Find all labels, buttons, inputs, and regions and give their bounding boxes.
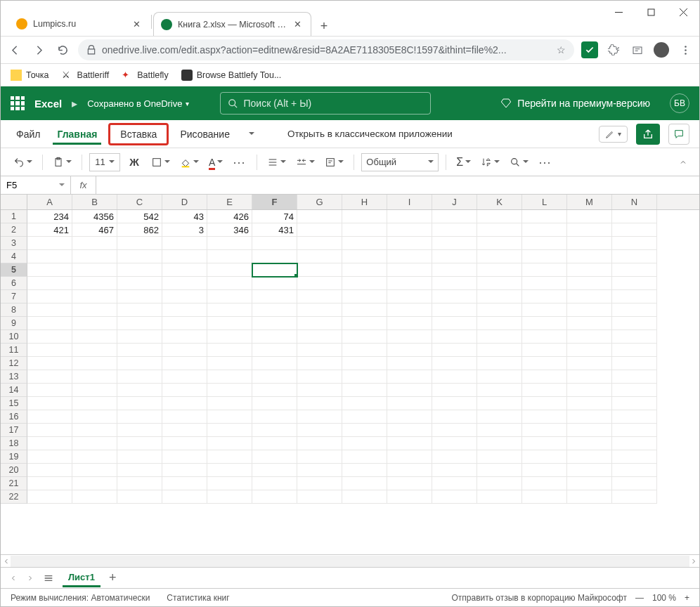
col-header-H[interactable]: H xyxy=(342,195,387,209)
cell-F6[interactable] xyxy=(252,277,297,290)
cell-H4[interactable] xyxy=(342,250,387,263)
cell-D12[interactable] xyxy=(162,357,207,370)
cell-A20[interactable] xyxy=(27,464,72,477)
cell-I5[interactable] xyxy=(387,263,432,277)
extension2-icon[interactable] xyxy=(629,41,646,58)
cell-M2[interactable] xyxy=(567,223,612,237)
cell-K4[interactable] xyxy=(477,250,522,263)
premium-button[interactable]: Перейти на премиум-версию xyxy=(500,98,650,109)
cell-H8[interactable] xyxy=(342,304,387,317)
row-header[interactable]: 20 xyxy=(1,464,27,477)
cell-H2[interactable] xyxy=(342,223,387,237)
cell-E10[interactable] xyxy=(207,330,252,344)
browser-tab-lumpics[interactable]: Lumpics.ru ✕ xyxy=(9,12,150,36)
cell-N19[interactable] xyxy=(612,450,657,464)
cell-B11[interactable] xyxy=(72,344,117,357)
number-format-select[interactable]: Общий xyxy=(361,153,439,171)
cell-H10[interactable] xyxy=(342,330,387,344)
cell-G8[interactable] xyxy=(297,304,342,317)
cell-G7[interactable] xyxy=(297,290,342,304)
cell-M11[interactable] xyxy=(567,344,612,357)
cell-H19[interactable] xyxy=(342,450,387,464)
address-bar[interactable]: onedrive.live.com/edit.aspx?action=editn… xyxy=(78,39,574,60)
cell-N6[interactable] xyxy=(612,277,657,290)
cell-L19[interactable] xyxy=(522,450,567,464)
row-header[interactable]: 21 xyxy=(1,477,27,490)
cell-D4[interactable] xyxy=(162,250,207,263)
cell-M13[interactable] xyxy=(567,370,612,384)
cell-K18[interactable] xyxy=(477,437,522,450)
cell-F7[interactable] xyxy=(252,290,297,304)
col-header-D[interactable]: D xyxy=(162,195,207,209)
cell-H18[interactable] xyxy=(342,437,387,450)
cell-E7[interactable] xyxy=(207,290,252,304)
sheet-nav-next-icon[interactable] xyxy=(26,574,34,582)
cell-D19[interactable] xyxy=(162,450,207,464)
cell-D15[interactable] xyxy=(162,397,207,410)
cell-G9[interactable] xyxy=(297,317,342,330)
cell-L18[interactable] xyxy=(522,437,567,450)
cell-F16[interactable] xyxy=(252,410,297,424)
cell-H17[interactable] xyxy=(342,424,387,437)
close-tab-icon[interactable]: ✕ xyxy=(133,19,143,30)
col-header-I[interactable]: I xyxy=(387,195,432,209)
cell-F3[interactable] xyxy=(252,237,297,250)
cell-K1[interactable] xyxy=(477,210,522,223)
cell-H14[interactable] xyxy=(342,384,387,397)
cell-M18[interactable] xyxy=(567,437,612,450)
col-header-G[interactable]: G xyxy=(297,195,342,209)
reload-button[interactable] xyxy=(54,44,71,56)
cell-H16[interactable] xyxy=(342,410,387,424)
border-button[interactable] xyxy=(148,152,173,172)
cell-N16[interactable] xyxy=(612,410,657,424)
sheet-nav-prev-icon[interactable] xyxy=(9,574,18,582)
cell-E20[interactable] xyxy=(207,464,252,477)
formula-bar[interactable] xyxy=(96,176,699,194)
cell-C11[interactable] xyxy=(117,344,162,357)
cell-N8[interactable] xyxy=(612,304,657,317)
cell-G19[interactable] xyxy=(297,450,342,464)
cell-H6[interactable] xyxy=(342,277,387,290)
col-header-C[interactable]: C xyxy=(117,195,162,209)
cell-I4[interactable] xyxy=(387,250,432,263)
cell-G14[interactable] xyxy=(297,384,342,397)
row-header[interactable]: 10 xyxy=(1,330,27,344)
star-icon[interactable]: ☆ xyxy=(557,44,566,56)
cell-K17[interactable] xyxy=(477,424,522,437)
cell-L15[interactable] xyxy=(522,397,567,410)
cell-G16[interactable] xyxy=(297,410,342,424)
cell-M1[interactable] xyxy=(567,210,612,223)
cell-J6[interactable] xyxy=(432,277,477,290)
cell-A9[interactable] xyxy=(27,317,72,330)
autosum-button[interactable]: Σ xyxy=(453,152,474,172)
row-header[interactable]: 15 xyxy=(1,397,27,410)
cell-D5[interactable] xyxy=(162,263,207,277)
cell-E1[interactable]: 426 xyxy=(207,210,252,223)
cell-J1[interactable] xyxy=(432,210,477,223)
app-launcher-icon[interactable] xyxy=(11,96,25,110)
cell-B13[interactable] xyxy=(72,370,117,384)
cell-I6[interactable] xyxy=(387,277,432,290)
save-status[interactable]: Сохранено в OneDrive▾ xyxy=(87,98,188,109)
cell-L6[interactable] xyxy=(522,277,567,290)
row-header[interactable]: 1 xyxy=(1,210,27,223)
cell-B17[interactable] xyxy=(72,424,117,437)
cell-G12[interactable] xyxy=(297,357,342,370)
cell-J9[interactable] xyxy=(432,317,477,330)
cell-B20[interactable] xyxy=(72,464,117,477)
cell-I1[interactable] xyxy=(387,210,432,223)
merge-button[interactable] xyxy=(293,152,318,172)
cell-K21[interactable] xyxy=(477,477,522,490)
col-header-F[interactable]: F xyxy=(252,195,297,209)
menu-button[interactable] xyxy=(677,44,694,56)
all-sheets-icon[interactable] xyxy=(43,573,54,584)
cell-N4[interactable] xyxy=(612,250,657,263)
cell-N3[interactable] xyxy=(612,237,657,250)
status-book-stats[interactable]: Статистика книг xyxy=(167,593,229,603)
more-tabs-button[interactable] xyxy=(241,124,261,144)
cell-F11[interactable] xyxy=(252,344,297,357)
cell-A12[interactable] xyxy=(27,357,72,370)
tab-home[interactable]: Главная xyxy=(51,124,103,144)
cell-E5[interactable] xyxy=(207,263,252,277)
cell-H15[interactable] xyxy=(342,397,387,410)
